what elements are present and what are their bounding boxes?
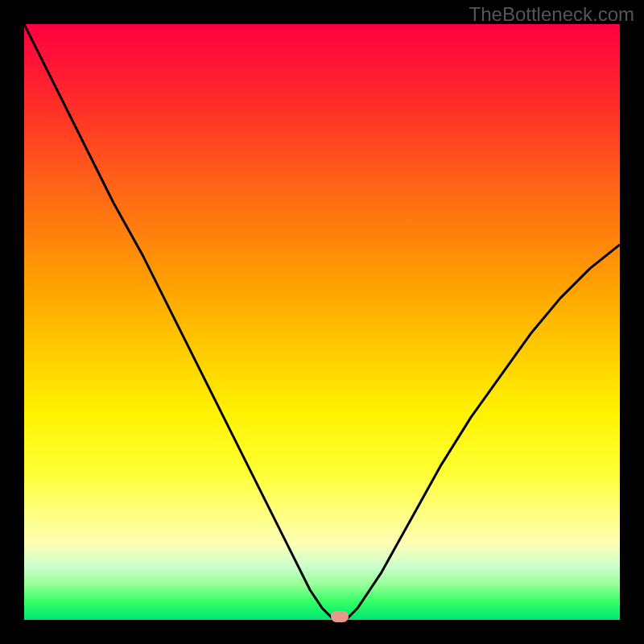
bottleneck-curve	[24, 24, 620, 620]
chart-container: TheBottleneck.com	[0, 0, 644, 644]
watermark-text: TheBottleneck.com	[469, 3, 634, 26]
plot-area	[24, 24, 620, 620]
optimal-marker	[331, 611, 349, 622]
curve-svg	[24, 24, 620, 620]
